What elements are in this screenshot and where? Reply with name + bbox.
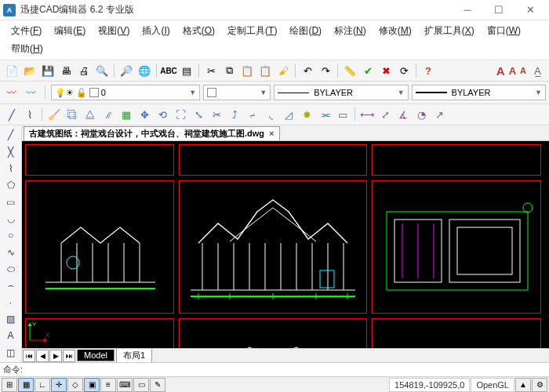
move-icon[interactable]: ✥ bbox=[136, 106, 153, 123]
trim-icon[interactable]: ✂ bbox=[208, 106, 225, 123]
osnap-toggle[interactable]: ◇ bbox=[67, 378, 83, 392]
menu-w[interactable]: 窗口(W) bbox=[481, 22, 527, 40]
dim-radius-icon[interactable]: ◔ bbox=[413, 106, 430, 123]
file-tab[interactable]: 古建筑图纸：祠堂戏台设计，中式戏台、祠堂建筑施工图.dwg × bbox=[24, 126, 280, 140]
menu-t[interactable]: 定制工具(T) bbox=[221, 22, 283, 40]
fillet-icon[interactable]: ◟ bbox=[262, 106, 279, 123]
ellipse-icon[interactable]: ⬭ bbox=[2, 261, 20, 277]
undo-icon[interactable]: ↶ bbox=[299, 62, 316, 79]
polyline-icon[interactable]: ⌇ bbox=[21, 106, 38, 123]
text-big-icon[interactable]: A bbox=[495, 64, 507, 78]
break-icon[interactable]: ⌿ bbox=[244, 106, 261, 123]
check-icon[interactable]: ✔ bbox=[359, 62, 376, 79]
menu-x[interactable]: 扩展工具(X) bbox=[418, 22, 481, 40]
dyn-toggle[interactable]: ⌨ bbox=[117, 378, 133, 392]
dim-aligned-icon[interactable]: ⤢ bbox=[376, 106, 394, 123]
circle-icon[interactable]: ○ bbox=[2, 227, 20, 243]
text-icon[interactable]: A bbox=[2, 328, 20, 343]
paste-icon[interactable]: 📋 bbox=[238, 62, 256, 79]
brush2-icon[interactable]: 〰 bbox=[23, 84, 39, 101]
copy-obj-icon[interactable]: ⿻ bbox=[64, 106, 81, 123]
tablet-toggle[interactable]: ✎ bbox=[150, 378, 165, 392]
snap-toggle[interactable]: ⊞ bbox=[2, 378, 17, 392]
array-icon[interactable]: ▦ bbox=[118, 106, 135, 123]
menu-m[interactable]: 修改(M) bbox=[373, 22, 418, 40]
ellipse-arc-icon[interactable]: ⌢ bbox=[2, 278, 20, 293]
menu-d[interactable]: 绘图(D) bbox=[283, 22, 328, 40]
find-icon[interactable]: 🔎 bbox=[118, 62, 135, 79]
lwt-toggle[interactable]: ≡ bbox=[100, 378, 116, 392]
scale-icon[interactable]: ⛶ bbox=[172, 106, 189, 123]
spline-icon[interactable]: ∿ bbox=[2, 245, 20, 260]
line-icon[interactable]: ╱ bbox=[3, 106, 20, 123]
command-line[interactable]: 命令: bbox=[0, 362, 549, 376]
matchprop-icon[interactable]: 🖌 bbox=[274, 62, 292, 79]
compass-icon[interactable]: ▲ bbox=[515, 378, 531, 392]
paste-alt-icon[interactable]: 📋 bbox=[256, 62, 274, 79]
copy-icon[interactable]: ⧉ bbox=[220, 62, 238, 79]
tab-prev-icon[interactable]: ◀ bbox=[36, 350, 49, 362]
layer-combo[interactable]: 💡 ☀ 🔓 0 ▼ bbox=[51, 85, 200, 100]
spell-icon[interactable]: ABC bbox=[160, 62, 177, 79]
text-small-icon[interactable]: A bbox=[518, 66, 528, 75]
help-icon[interactable]: ? bbox=[420, 62, 437, 79]
cancel-icon[interactable]: ✖ bbox=[377, 62, 394, 79]
tab-model[interactable]: Model bbox=[77, 350, 115, 361]
dim-linear-icon[interactable]: ⟷ bbox=[358, 106, 376, 123]
globe-icon[interactable]: 🌐 bbox=[136, 62, 153, 79]
join-icon[interactable]: ⫘ bbox=[316, 106, 333, 123]
minimize-button[interactable]: ─ bbox=[452, 0, 483, 20]
rect-icon[interactable]: ▭ bbox=[2, 194, 20, 209]
point-icon[interactable]: · bbox=[2, 295, 20, 310]
layers-icon[interactable]: ▤ bbox=[178, 62, 195, 79]
polar-toggle[interactable]: ✛ bbox=[51, 378, 67, 392]
dim-leader-icon[interactable]: ↗ bbox=[431, 106, 448, 123]
render-mode[interactable]: OpenGL bbox=[471, 378, 514, 392]
chamfer-icon[interactable]: ◿ bbox=[280, 106, 297, 123]
block-icon[interactable]: ◫ bbox=[2, 345, 20, 361]
tab-last-icon[interactable]: ⏭ bbox=[63, 350, 75, 362]
menu-e[interactable]: 编辑(E) bbox=[48, 22, 92, 40]
region-icon[interactable]: ▭ bbox=[334, 106, 351, 123]
maximize-button[interactable]: ☐ bbox=[483, 0, 514, 20]
close-button[interactable]: ✕ bbox=[514, 0, 546, 20]
model-toggle[interactable]: ▭ bbox=[133, 378, 149, 392]
menu-i[interactable]: 插入(I) bbox=[136, 22, 176, 40]
hatch-icon[interactable]: ▨ bbox=[2, 311, 20, 327]
tab-first-icon[interactable]: ⏮ bbox=[23, 350, 35, 362]
open-icon[interactable]: 📂 bbox=[21, 62, 38, 79]
cut-icon[interactable]: ✂ bbox=[202, 62, 220, 79]
new-icon[interactable]: 📄 bbox=[3, 62, 20, 79]
menu-n[interactable]: 标注(N) bbox=[328, 22, 373, 40]
print-icon[interactable]: 🖨 bbox=[75, 62, 93, 79]
redo-icon[interactable]: ↷ bbox=[317, 62, 334, 79]
refresh-icon[interactable]: ⟳ bbox=[395, 62, 413, 79]
menu-v[interactable]: 视图(V) bbox=[92, 22, 136, 40]
color-combo[interactable]: ▼ bbox=[203, 85, 271, 100]
xline-icon[interactable]: ╳ bbox=[2, 143, 20, 159]
menu-o[interactable]: 格式(O) bbox=[176, 22, 221, 40]
pline-icon[interactable]: ⌇ bbox=[2, 161, 20, 176]
mirror-icon[interactable]: ⧋ bbox=[82, 106, 99, 123]
brush-icon[interactable]: 〰 bbox=[3, 84, 20, 101]
lineweight-combo[interactable]: BYLAYER ▼ bbox=[412, 85, 546, 100]
menu-f[interactable]: 文件(F) bbox=[5, 22, 48, 40]
dim-angular-icon[interactable]: ∡ bbox=[394, 106, 412, 123]
menu-h[interactable]: 帮助(H) bbox=[5, 40, 49, 58]
saveall-icon[interactable]: 🖶 bbox=[57, 62, 75, 79]
tab-next-icon[interactable]: ▶ bbox=[49, 350, 62, 362]
measure-icon[interactable]: 📏 bbox=[341, 62, 358, 79]
close-tab-icon[interactable]: × bbox=[269, 129, 274, 138]
text-tool-icon[interactable]: A̲ bbox=[529, 62, 546, 79]
linetype-combo[interactable]: BYLAYER ▼ bbox=[274, 85, 408, 100]
offset-icon[interactable]: ⫽ bbox=[100, 106, 117, 123]
ortho-toggle[interactable]: ∟ bbox=[35, 378, 50, 392]
erase-icon[interactable]: 🧹 bbox=[45, 106, 63, 123]
stretch-icon[interactable]: ⤡ bbox=[190, 106, 207, 123]
text-mid-icon[interactable]: A bbox=[507, 65, 518, 77]
preview-icon[interactable]: 🔍 bbox=[93, 62, 111, 79]
arc-icon[interactable]: ◡ bbox=[2, 211, 20, 227]
save-icon[interactable]: 💾 bbox=[39, 62, 56, 79]
otrack-toggle[interactable]: ▣ bbox=[84, 378, 100, 392]
tab-layout1[interactable]: 布局1 bbox=[116, 349, 152, 363]
